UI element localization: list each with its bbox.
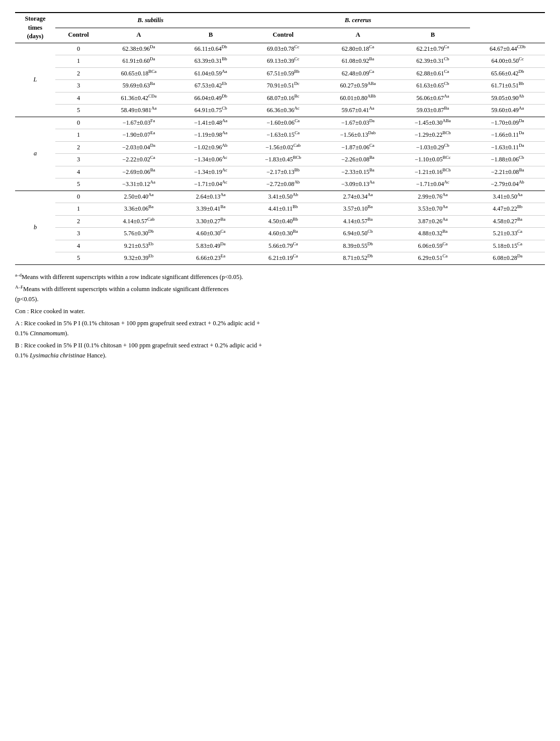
data-cell: 64.67±0.44CDb <box>470 43 545 55</box>
data-cell: −1.63±0.15Ca <box>246 129 321 142</box>
data-cell: 4.47±0.22Bb <box>470 203 545 216</box>
data-cell: −1.90±0.07Ea <box>102 129 176 142</box>
data-cell: −1.63±0.11Da <box>470 141 545 154</box>
data-cell: 5.21±0.33Ca <box>470 228 545 240</box>
data-cell: 3.87±0.26Aa <box>395 215 470 228</box>
data-table: Storagetimes(days) B. subtilis B. cereru… <box>15 12 545 265</box>
data-cell: −1.88±0.06Cb <box>470 154 545 166</box>
data-cell: 4.88±0.32Ba <box>395 228 470 240</box>
col-a1: A <box>102 28 176 43</box>
section-label-a: a <box>15 117 55 191</box>
day-cell: 4 <box>55 166 102 178</box>
data-cell: 6.66±0.23Ea <box>176 252 246 265</box>
data-cell: 5.83±0.49Da <box>176 240 246 252</box>
data-cell: 68.07±0.16Bc <box>246 92 321 105</box>
day-cell: 2 <box>55 215 102 228</box>
data-cell: 6.29±0.51Ca <box>395 252 470 265</box>
data-cell: −1.19±0.98Aa <box>176 129 246 142</box>
day-cell: 2 <box>55 141 102 154</box>
data-cell: 4.50±0.40Bb <box>246 215 321 228</box>
data-cell: −1.67±0.03Fa <box>102 117 176 129</box>
footnote-fn1: a–dMeans with different superscripts wit… <box>15 272 545 282</box>
data-cell: 69.03±0.78Cc <box>246 43 321 55</box>
data-cell: 2.99±0.76Aa <box>395 191 470 203</box>
data-cell: −1.83±0.45BCb <box>246 154 321 166</box>
data-cell: −1.71±0.04Ac <box>176 178 246 191</box>
data-cell: 3.36±0.06Ba <box>102 203 176 216</box>
data-cell: −2.03±0.04Da <box>102 141 176 154</box>
data-cell: 59.05±0.90Ab <box>470 92 545 105</box>
day-cell: 2 <box>55 67 102 80</box>
data-cell: −1.34±0.06Ac <box>176 154 246 166</box>
data-cell: 3.39±0.41Ba <box>176 203 246 216</box>
data-cell: −1.66±0.11Da <box>470 129 545 142</box>
footnote-fn5: B : Rice cooked in 5% P II (0.1% chitosa… <box>15 340 545 360</box>
col-a2: A <box>321 28 396 43</box>
day-cell: 0 <box>55 191 102 203</box>
data-cell: 63.39±0.31Bb <box>176 55 246 68</box>
data-cell: 61.71±0.51Bb <box>470 80 545 92</box>
data-cell: 8.71±0.52Db <box>321 252 396 265</box>
data-cell: 3.53±0.70Aa <box>395 203 470 216</box>
col-control2: Control <box>246 28 321 43</box>
day-cell: 5 <box>55 105 102 117</box>
data-cell: 2.64±0.13Aa <box>176 191 246 203</box>
data-cell: −2.72±0.08Ab <box>246 178 321 191</box>
data-cell: 61.04±0.59Aa <box>176 67 246 80</box>
data-cell: 5.76±0.30Db <box>102 228 176 240</box>
data-cell: 2.50±0.40Aa <box>102 191 176 203</box>
data-cell: 4.14±0.57Cab <box>102 215 176 228</box>
data-cell: −1.21±0.16BCb <box>395 166 470 178</box>
data-cell: 62.80±0.18Ca <box>321 43 396 55</box>
data-cell: 4.58±0.27Ba <box>470 215 545 228</box>
day-cell: 3 <box>55 154 102 166</box>
col-control1: Control <box>55 28 102 43</box>
data-cell: 59.67±0.41Aa <box>321 105 396 117</box>
data-cell: 59.60±0.49Aa <box>470 105 545 117</box>
data-cell: −3.09±0.13Aa <box>321 178 396 191</box>
day-cell: 0 <box>55 43 102 55</box>
data-cell: 65.66±0.42Db <box>470 67 545 80</box>
day-cell: 3 <box>55 228 102 240</box>
data-cell: −2.26±0.08Ba <box>321 154 396 166</box>
data-cell: −1.70±0.09Da <box>470 117 545 129</box>
data-cell: 6.06±0.59Ca <box>395 240 470 252</box>
data-cell: 66.11±0.64Db <box>176 43 246 55</box>
data-cell: −1.02±0.96Ab <box>176 141 246 154</box>
data-cell: 4.41±0.11Bb <box>246 203 321 216</box>
footnote-fn3: Con : Rice cooked in water. <box>15 306 545 316</box>
day-cell: 3 <box>55 80 102 92</box>
data-cell: −1.29±0.22BCb <box>395 129 470 142</box>
day-cell: 4 <box>55 240 102 252</box>
data-cell: 58.49±0.981Aa <box>102 105 176 117</box>
data-cell: −1.87±0.06Ca <box>321 141 396 154</box>
day-cell: 1 <box>55 129 102 142</box>
data-cell: 60.01±0.80ABb <box>321 92 396 105</box>
data-cell: 3.30±0.27Ba <box>176 215 246 228</box>
data-cell: 60.27±0.59ABa <box>321 80 396 92</box>
data-cell: −1.41±0.48Aa <box>176 117 246 129</box>
data-cell: 69.13±0.39Cc <box>246 55 321 68</box>
data-cell: 4.60±0.30Ca <box>176 228 246 240</box>
data-cell: 62.39±0.31Cb <box>395 55 470 68</box>
data-cell: −2.22±0.02Ca <box>102 154 176 166</box>
data-cell: 4.60±0.30Ba <box>246 228 321 240</box>
data-cell: 66.36±0.36Ac <box>246 105 321 117</box>
day-cell: 1 <box>55 55 102 68</box>
data-cell: −1.56±0.02Cab <box>246 141 321 154</box>
data-cell: 3.41±0.50Ab <box>246 191 321 203</box>
col-b2: B <box>395 28 470 43</box>
day-cell: 1 <box>55 203 102 216</box>
data-cell: 8.39±0.55Db <box>321 240 396 252</box>
data-cell: 67.51±0.59Bb <box>246 67 321 80</box>
data-cell: 61.36±0.42CDa <box>102 92 176 105</box>
data-cell: 6.94±0.50Cb <box>321 228 396 240</box>
data-cell: 62.88±0.61Ca <box>395 67 470 80</box>
bc-group-header: B. cererus <box>246 13 471 28</box>
day-cell: 0 <box>55 117 102 129</box>
data-cell: −3.31±0.12Aa <box>102 178 176 191</box>
data-cell: −1.56±0.13Dab <box>321 129 396 142</box>
data-cell: 61.91±0.60Da <box>102 55 176 68</box>
data-cell: 59.69±0.63Ba <box>102 80 176 92</box>
data-cell: 5.18±0.15Ca <box>470 240 545 252</box>
